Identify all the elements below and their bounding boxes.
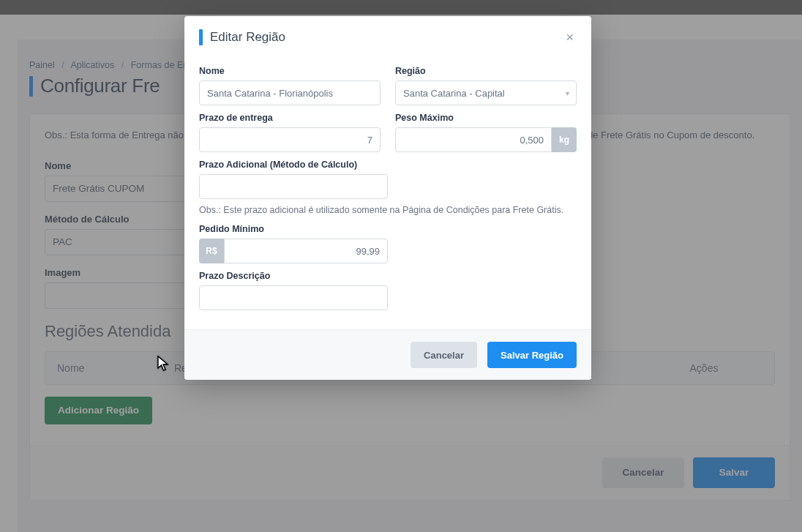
- close-icon[interactable]: ×: [563, 28, 577, 47]
- modal-select-regiao[interactable]: [395, 80, 577, 105]
- edit-region-modal: Editar Região × Nome Região ▾: [184, 16, 591, 380]
- modal-input-pedido-minimo[interactable]: [224, 239, 388, 263]
- modal-header: Editar Região ×: [184, 16, 591, 53]
- modal-input-peso-max[interactable]: [395, 127, 552, 152]
- modal-cancel-button[interactable]: Cancelar: [411, 342, 477, 368]
- modal-label-prazo-descricao: Prazo Descrição: [199, 271, 577, 281]
- modal-title-accent: [199, 29, 203, 45]
- modal-input-nome[interactable]: [199, 80, 381, 105]
- modal-input-prazo-adicional[interactable]: [199, 174, 388, 199]
- modal-footer: Cancelar Salvar Região: [184, 329, 591, 380]
- modal-label-prazo-adicional: Prazo Adicional (Método de Cálculo): [199, 160, 577, 170]
- modal-title: Editar Região: [210, 30, 563, 45]
- addon-rs: R$: [199, 239, 224, 263]
- modal-label-regiao: Região: [395, 66, 577, 76]
- modal-body: Nome Região ▾ Prazo de entrega P: [184, 53, 591, 329]
- addon-kg: kg: [552, 127, 577, 152]
- modal-label-peso-max: Peso Máximo: [395, 113, 577, 123]
- modal-obs-prazo-adicional: Obs.: Este prazo adicional é utilizado s…: [199, 203, 577, 217]
- modal-save-button[interactable]: Salvar Região: [487, 342, 577, 368]
- modal-label-nome: Nome: [199, 66, 381, 76]
- modal-input-prazo-descricao[interactable]: [199, 285, 388, 310]
- modal-label-pedido-minimo: Pedido Mínimo: [199, 224, 577, 234]
- modal-label-prazo-entrega: Prazo de entrega: [199, 113, 381, 123]
- modal-input-prazo-entrega[interactable]: [199, 127, 381, 152]
